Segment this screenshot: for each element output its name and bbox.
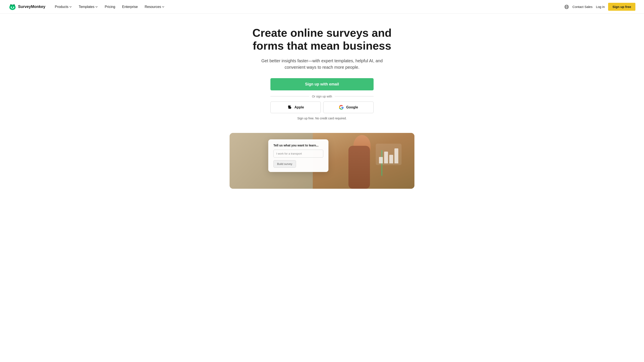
google-icon xyxy=(339,105,344,110)
social-buttons: Apple Google xyxy=(270,102,374,113)
nav-templates[interactable]: Templates xyxy=(76,3,100,10)
chevron-down-icon xyxy=(95,5,98,8)
demo-input: I work for a transport xyxy=(274,150,323,158)
apple-icon xyxy=(287,105,292,110)
google-signup-button[interactable]: Google xyxy=(323,102,374,113)
chart-bar-4 xyxy=(394,148,398,163)
or-sign-up-text: Or sign up with xyxy=(312,95,332,98)
nav-products[interactable]: Products xyxy=(52,3,74,10)
nav-signup-button[interactable]: Sign up free xyxy=(608,3,636,11)
hero-section: Create online surveys and forms that mea… xyxy=(0,14,644,129)
demo-section: Tell us what you want to learn... I work… xyxy=(0,129,644,189)
apple-signup-button[interactable]: Apple xyxy=(270,102,321,113)
demo-card: Tell us what you want to learn... I work… xyxy=(268,139,328,172)
contact-sales-link[interactable]: Contact Sales xyxy=(572,5,592,8)
cta-container: Sign up with email Or sign up with Apple xyxy=(270,78,374,120)
svg-point-6 xyxy=(14,4,14,5)
logo-icon xyxy=(8,3,16,11)
apple-btn-label: Apple xyxy=(294,105,304,109)
demo-card-title: Tell us what you want to learn... xyxy=(274,144,323,147)
divider: Or sign up with xyxy=(270,95,374,98)
divider-line-left xyxy=(270,96,309,96)
chevron-down-icon xyxy=(69,5,72,8)
hero-title: Create online surveys and forms that mea… xyxy=(244,27,400,52)
nav-enterprise[interactable]: Enterprise xyxy=(120,3,140,10)
chart-bar-2 xyxy=(384,152,388,163)
logo-text: SurveyMonkey xyxy=(18,4,45,9)
chevron-down-icon xyxy=(162,5,164,8)
chart-bar-3 xyxy=(389,155,393,163)
hero-subtitle: Get better insights faster—with expert t… xyxy=(253,57,391,70)
navbar: SurveyMonkey Products Templates Pricing … xyxy=(0,0,644,14)
no-credit-card-text: Sign up free. No credit card required. xyxy=(270,117,374,120)
demo-wrapper: Tell us what you want to learn... I work… xyxy=(230,133,414,189)
login-link[interactable]: Log in xyxy=(596,5,605,8)
nav-resources[interactable]: Resources xyxy=(142,3,167,10)
nav-right: Contact Sales Log in Sign up free xyxy=(564,3,636,11)
svg-point-3 xyxy=(11,7,12,8)
divider-line-right xyxy=(335,96,374,96)
nav-pricing[interactable]: Pricing xyxy=(102,3,118,10)
nav-links: Products Templates Pricing Enterprise Re… xyxy=(52,3,564,10)
svg-point-4 xyxy=(13,7,14,8)
logo-link[interactable]: SurveyMonkey xyxy=(8,3,45,11)
google-btn-label: Google xyxy=(346,105,358,109)
globe-icon[interactable] xyxy=(564,4,569,9)
svg-point-5 xyxy=(10,4,12,5)
signup-email-button[interactable]: Sign up with email xyxy=(270,78,374,90)
demo-chart xyxy=(376,144,402,165)
demo-build-button[interactable]: Build survey xyxy=(274,160,296,168)
chart-bar-1 xyxy=(379,157,383,163)
